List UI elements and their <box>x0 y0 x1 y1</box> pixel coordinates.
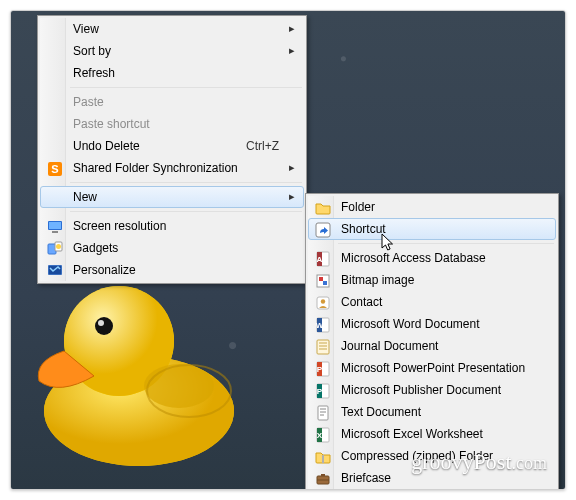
desktop-screenshot: View Sort by Refresh Paste Paste shortcu… <box>10 10 566 490</box>
journal-icon <box>315 339 331 355</box>
svg-point-26 <box>321 299 325 303</box>
label: Personalize <box>73 263 136 277</box>
label: Microsoft Word Document <box>341 317 480 331</box>
excel-icon: X <box>315 427 331 443</box>
svg-rect-12 <box>52 231 58 233</box>
cursor-pointer-icon <box>381 233 397 253</box>
menu-item-new[interactable]: New <box>40 186 304 208</box>
accelerator: Ctrl+Z <box>226 139 279 153</box>
menu-separator <box>70 182 302 183</box>
menu-item-personalize[interactable]: Personalize <box>40 259 304 281</box>
menu-item-sort-by[interactable]: Sort by <box>40 40 304 62</box>
watermark-suffix: Post <box>474 449 512 474</box>
access-icon: A <box>315 251 331 267</box>
label: Paste <box>73 95 104 109</box>
svg-rect-24 <box>323 281 327 285</box>
folder-icon <box>315 200 331 216</box>
svg-rect-40 <box>318 406 328 420</box>
label: View <box>73 22 99 36</box>
label: Folder <box>341 200 375 214</box>
personalize-icon <box>47 263 63 279</box>
label: Bitmap image <box>341 273 414 287</box>
submenu-item-access[interactable]: A Microsoft Access Database <box>308 247 556 269</box>
label: Undo Delete <box>73 139 140 153</box>
word-icon: W <box>315 317 331 333</box>
label: Briefcase <box>341 471 391 485</box>
label: Sort by <box>73 44 111 58</box>
rubber-duck-wallpaper-object <box>29 271 249 471</box>
label: Microsoft PowerPoint Presentation <box>341 361 525 375</box>
svg-text:P: P <box>317 387 323 396</box>
submenu-item-publisher[interactable]: P Microsoft Publisher Document <box>308 379 556 401</box>
watermark: groovyPost.com <box>411 449 547 475</box>
bitmap-icon <box>315 273 331 289</box>
submenu-item-contact[interactable]: Contact <box>308 291 556 313</box>
watermark-tld: .com <box>512 453 548 473</box>
new-submenu[interactable]: Folder Shortcut A Microsoft Access Datab… <box>305 193 559 490</box>
text-icon <box>315 405 331 421</box>
label: Microsoft Excel Worksheet <box>341 427 483 441</box>
menu-item-view[interactable]: View <box>40 18 304 40</box>
menu-item-shared-folder-sync[interactable]: S Shared Folder Synchronization <box>40 157 304 179</box>
svg-rect-30 <box>317 340 329 354</box>
menu-separator <box>70 211 302 212</box>
svg-rect-23 <box>319 277 323 281</box>
submenu-item-folder[interactable]: Folder <box>308 196 556 218</box>
menu-item-undo-delete[interactable]: Undo Delete Ctrl+Z <box>40 135 304 157</box>
desktop-context-menu[interactable]: View Sort by Refresh Paste Paste shortcu… <box>37 15 307 284</box>
label: Screen resolution <box>73 219 166 233</box>
gadgets-icon <box>47 241 63 257</box>
menu-item-gadgets[interactable]: Gadgets <box>40 237 304 259</box>
submenu-item-shortcut[interactable]: Shortcut <box>308 218 556 240</box>
menu-item-paste: Paste <box>40 91 304 113</box>
briefcase-icon <box>315 471 331 487</box>
submenu-item-powerpoint[interactable]: P Microsoft PowerPoint Presentation <box>308 357 556 379</box>
svg-rect-47 <box>322 455 324 463</box>
label: Paste shortcut <box>73 117 150 131</box>
submenu-item-word[interactable]: W Microsoft Word Document <box>308 313 556 335</box>
label: Microsoft Access Database <box>341 251 486 265</box>
menu-item-refresh[interactable]: Refresh <box>40 62 304 84</box>
submenu-item-bitmap[interactable]: Bitmap image <box>308 269 556 291</box>
label: Journal Document <box>341 339 438 353</box>
submenu-item-journal[interactable]: Journal Document <box>308 335 556 357</box>
svg-point-6 <box>144 364 214 408</box>
label: Shared Folder Synchronization <box>73 161 238 175</box>
label: Microsoft Publisher Document <box>341 383 501 397</box>
publisher-icon: P <box>315 383 331 399</box>
menu-separator <box>338 243 554 244</box>
svg-point-4 <box>95 317 113 335</box>
powerpoint-icon: P <box>315 361 331 377</box>
label: New <box>73 190 97 204</box>
menu-item-screen-resolution[interactable]: Screen resolution <box>40 215 304 237</box>
screen-resolution-icon <box>47 219 63 235</box>
svg-text:X: X <box>317 431 323 440</box>
svg-point-15 <box>56 244 61 249</box>
label: Gadgets <box>73 241 118 255</box>
contact-icon <box>315 295 331 311</box>
label: Shortcut <box>341 222 386 236</box>
svg-rect-11 <box>49 222 61 229</box>
svg-point-5 <box>98 320 104 326</box>
menu-item-paste-shortcut: Paste shortcut <box>40 113 304 135</box>
label: Refresh <box>73 66 115 80</box>
label: Contact <box>341 295 382 309</box>
svg-text:S: S <box>51 163 58 175</box>
svg-rect-49 <box>321 474 325 476</box>
menu-separator <box>70 87 302 88</box>
label: Text Document <box>341 405 421 419</box>
shortcut-icon <box>315 222 331 238</box>
svg-text:A: A <box>317 255 323 264</box>
submenu-item-excel[interactable]: X Microsoft Excel Worksheet <box>308 423 556 445</box>
sync-icon: S <box>47 161 63 177</box>
svg-text:W: W <box>316 321 324 330</box>
submenu-item-text[interactable]: Text Document <box>308 401 556 423</box>
watermark-brand: groovy <box>411 449 473 474</box>
svg-text:P: P <box>317 365 323 374</box>
zip-icon <box>315 449 331 465</box>
